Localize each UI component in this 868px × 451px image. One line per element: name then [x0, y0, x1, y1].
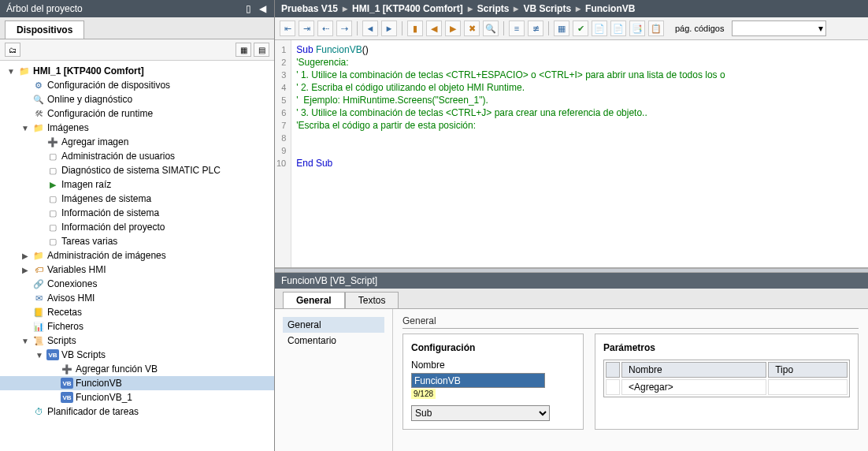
vb-icon: VB — [61, 378, 73, 389]
code-editor[interactable]: 12345678910 Sub FuncionVB()'Sugerencia:'… — [275, 40, 868, 268]
page-codes-combo[interactable]: ▾ — [732, 20, 826, 36]
tree-item[interactable]: ▼📁Imágenes — [0, 121, 274, 135]
tree-btn-list[interactable]: ▤ — [254, 43, 269, 57]
etb-bm1[interactable]: ▮ — [407, 20, 423, 36]
etb-bm2[interactable]: ◀ — [426, 20, 442, 36]
tree-item[interactable]: ▢Información de sistema — [0, 206, 274, 220]
tree-toggle[interactable]: ▼ — [35, 351, 44, 360]
tree-toggle[interactable]: ▼ — [6, 67, 16, 76]
devices-tab[interactable]: Dispositivos — [5, 20, 84, 39]
add-icon: ➕ — [61, 363, 73, 375]
tree-item-label: Diagnóstico de sistema SIMATIC PLC — [61, 165, 221, 176]
vb-icon: VB — [61, 392, 73, 403]
name-input[interactable] — [411, 373, 545, 388]
tree-item[interactable]: ▶🏷Variables HMI — [0, 263, 274, 277]
breadcrumb-item[interactable]: HMI_1 [KTP400 Comfort] — [352, 3, 463, 14]
tree-item[interactable]: ➕Agregar imagen — [0, 135, 274, 149]
etb-bookmark-prev[interactable]: ◄ — [362, 20, 378, 36]
tree-item-label: Recetas — [47, 307, 82, 318]
etb-check[interactable]: ✔ — [573, 20, 588, 36]
etb-bm5[interactable]: 🔍 — [483, 20, 499, 36]
screen-icon: ▢ — [46, 207, 59, 218]
tree-item[interactable]: ⚙Configuración de dispositivos — [0, 78, 274, 92]
tree-item[interactable]: VBFuncionVB — [0, 376, 274, 390]
breadcrumb[interactable]: Pruebas V15▸HMI_1 [KTP400 Comfort]▸Scrip… — [275, 0, 868, 17]
folder-icon: 📁 — [32, 122, 45, 133]
tree-item[interactable]: ▢Imágenes de sistema — [0, 192, 274, 206]
tree-item[interactable]: ▶📁Administración de imágenes — [0, 248, 274, 263]
tree-item[interactable]: 🛠Configuración de runtime — [0, 106, 274, 121]
tree-item[interactable]: 📊Ficheros — [0, 319, 274, 334]
tree-item[interactable]: ⏱Planificador de tareas — [0, 404, 274, 419]
tree-item[interactable]: 📒Recetas — [0, 305, 274, 319]
etb-c1[interactable]: 📄 — [592, 20, 607, 36]
alarm-icon: ✉ — [32, 293, 45, 304]
tree-toggle[interactable]: ▼ — [20, 124, 30, 132]
breadcrumb-item[interactable]: VB Scripts — [523, 3, 571, 14]
tree-toggle[interactable]: ▶ — [20, 266, 30, 274]
etb-indent-right[interactable]: ⇥ — [299, 20, 314, 36]
add-row[interactable]: <Agregar> — [621, 379, 766, 395]
tree-item[interactable]: ▼VBVB Scripts — [0, 348, 274, 362]
breadcrumb-item[interactable]: FuncionVB — [585, 3, 635, 14]
tree-item[interactable]: 🔗Conexiones — [0, 277, 274, 291]
pin-icon[interactable]: ▯ — [243, 3, 254, 14]
tree-item[interactable]: ▢Diagnóstico de sistema SIMATIC PLC — [0, 163, 274, 177]
project-tree[interactable]: ▼📁HMI_1 [KTP400 Comfort]⚙Configuración d… — [0, 61, 274, 451]
tree-item-label: Scripts — [47, 335, 76, 346]
tab-textos[interactable]: Textos — [345, 292, 399, 308]
nav-comentario[interactable]: Comentario — [283, 333, 384, 348]
collapse-icon[interactable]: ◀ — [257, 3, 268, 14]
tree-item[interactable]: ▢Administración de usuarios — [0, 149, 274, 163]
etb-c3[interactable]: 📑 — [629, 20, 645, 36]
tree-item-label: HMI_1 [KTP400 Comfort] — [33, 65, 144, 76]
tree-item[interactable]: VBFuncionVB_1 — [0, 390, 274, 404]
etb-indent[interactable]: ⇢ — [336, 20, 352, 36]
tree-toggle[interactable]: ▶ — [20, 252, 30, 260]
etb-c2[interactable]: 📄 — [610, 20, 626, 36]
tree-item[interactable]: ▢Información del proyecto — [0, 220, 274, 234]
tree-item-label: Información del proyecto — [61, 222, 165, 233]
editor-toolbar: ⇤ ⇥ ⇠ ⇢ ◄ ► ▮ ◀ ▶ ✖ 🔍 ≡ ≢ ▦ ✔ 📄 📄 📑 📋 pá… — [275, 17, 868, 40]
params-table[interactable]: Nombre Tipo <Agregar> — [603, 360, 850, 397]
type-select[interactable]: Sub — [411, 405, 550, 421]
tree-item-label: Configuración de dispositivos — [47, 80, 170, 91]
devices-tab-row: Dispositivos — [0, 17, 274, 39]
tree-item[interactable]: ✉Avisos HMI — [0, 291, 274, 305]
breadcrumb-item[interactable]: Pruebas V15 — [281, 3, 338, 14]
tree-item-label: Imagen raíz — [61, 179, 111, 190]
etb-grid[interactable]: ▦ — [554, 20, 569, 36]
tree-btn-1[interactable]: 🗂 — [5, 43, 20, 57]
conn-icon: 🔗 — [32, 278, 45, 289]
tree-item-label: VB Scripts — [61, 349, 106, 360]
add-icon: ➕ — [46, 136, 59, 147]
tab-general[interactable]: General — [283, 292, 345, 308]
col-nombre[interactable]: Nombre — [621, 362, 766, 378]
code-lines[interactable]: Sub FuncionVB()'Sugerencia:' 1. Utilice … — [291, 40, 729, 267]
properties-body: General Comentario General Configuración… — [275, 309, 868, 451]
etb-bookmark-next[interactable]: ► — [381, 20, 397, 36]
etb-bm3[interactable]: ▶ — [445, 20, 461, 36]
tree-item[interactable]: ▼📜Scripts — [0, 334, 274, 348]
tree-item[interactable]: ➕Agregar función VB — [0, 362, 274, 376]
tree-item-label: Agregar función VB — [76, 363, 158, 375]
etb-bm4[interactable]: ✖ — [464, 20, 480, 36]
tree-item[interactable]: ▼📁HMI_1 [KTP400 Comfort] — [0, 64, 274, 78]
etb-outdent[interactable]: ⇠ — [317, 20, 333, 36]
tree-item[interactable]: ▢Tareas varias — [0, 234, 274, 248]
tree-item[interactable]: 🔍Online y diagnóstico — [0, 92, 274, 106]
etb-uncomment[interactable]: ≢ — [528, 20, 543, 36]
etb-c4[interactable]: 📋 — [648, 20, 664, 36]
etb-comment[interactable]: ≡ — [509, 20, 525, 36]
tree-item-label: Tareas varias — [61, 236, 117, 247]
etb-indent-left[interactable]: ⇤ — [280, 20, 295, 36]
breadcrumb-item[interactable]: Scripts — [477, 3, 510, 14]
tree-item-label: Imágenes — [47, 122, 89, 133]
recipe-icon: 📒 — [32, 307, 45, 318]
tree-toggle[interactable]: ▼ — [20, 337, 30, 345]
nav-general[interactable]: General — [283, 317, 384, 333]
tree-btn-grid[interactable]: ▦ — [236, 43, 251, 57]
col-tipo[interactable]: Tipo — [768, 362, 848, 378]
tree-item[interactable]: ▶Imagen raíz — [0, 177, 274, 192]
tree-item-label: Planificador de tareas — [47, 406, 139, 417]
